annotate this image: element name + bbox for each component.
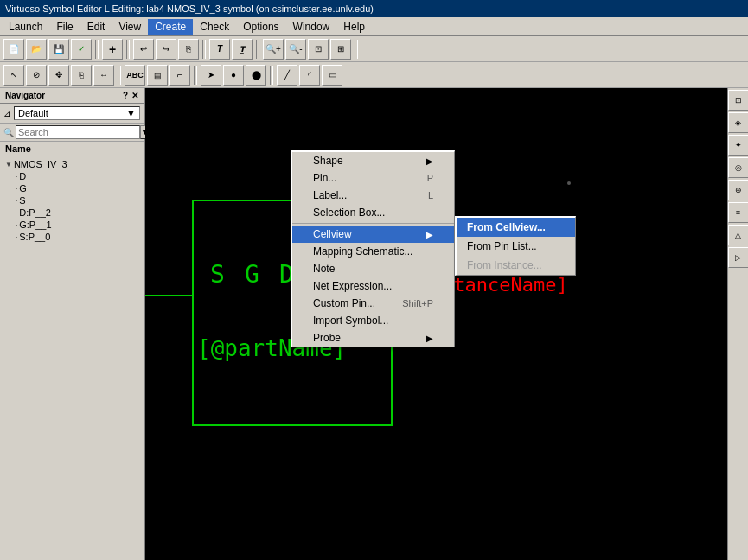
create-shape[interactable]: Shape ▶ [292, 152, 454, 169]
filter-icon: ⊿ [3, 109, 10, 118]
btn-move[interactable]: ✥ [48, 65, 69, 86]
create-label[interactable]: Label... L [292, 187, 454, 204]
tree-dp2[interactable]: · D:P__2 [14, 207, 140, 219]
canvas-area[interactable]: S G D [@instanceName] [@partName] Shape … [145, 88, 727, 560]
menu-options[interactable]: Options [236, 19, 285, 35]
right-btn-2[interactable]: ◈ [728, 112, 749, 133]
btn-rect[interactable]: ▭ [322, 65, 342, 86]
btn-check[interactable]: ✓ [71, 39, 92, 60]
d-dot: · [16, 173, 17, 181]
create-probe[interactable]: Probe ▶ [292, 329, 454, 347]
btn-stretch[interactable]: ↔ [93, 65, 114, 86]
btn-copy2[interactable]: ⎗ [71, 65, 92, 86]
btn-deselect[interactable]: ⊘ [26, 65, 47, 86]
menu-bar: Launch File Edit View Create Check Optio… [0, 17, 748, 36]
right-btn-6[interactable]: ≡ [728, 202, 749, 223]
dp2-dot: · [16, 209, 17, 217]
right-btn-4[interactable]: ◎ [728, 157, 749, 178]
svg-text:G: G [245, 260, 259, 289]
menu-help[interactable]: Help [336, 19, 372, 35]
btn-arc[interactable]: ◜ [299, 65, 320, 86]
left-panel: Navigator ? ✕ ⊿ Default ▼ 🔍 ▼ Name ▼ NMO… [0, 88, 145, 560]
navigator-title: Navigator [5, 91, 45, 100]
menu-launch[interactable]: Launch [2, 19, 49, 35]
tree-s[interactable]: · S [14, 194, 140, 207]
btn-select[interactable]: ↖ [3, 65, 24, 86]
btn-add[interactable]: + [102, 39, 123, 60]
shape-arrow: ▶ [426, 156, 433, 166]
tree-root[interactable]: ▼ NMOS_IV_3 [3, 158, 140, 170]
menu-window[interactable]: Window [286, 19, 337, 35]
btn-text[interactable]: T [209, 39, 230, 60]
btn-zoom-region[interactable]: ⊞ [330, 39, 351, 60]
nav-name-header: Name [0, 142, 144, 156]
right-btn-3[interactable]: ✦ [728, 135, 749, 156]
nav-search-row: 🔍 ▼ [0, 124, 144, 142]
create-import-symbol[interactable]: Import Symbol... [292, 312, 454, 329]
btn-new[interactable]: 📄 [3, 39, 24, 60]
tree-d[interactable]: · D [14, 170, 140, 182]
btn-undo[interactable]: ↩ [133, 39, 154, 60]
btn-shape-ellipse[interactable]: ⬤ [246, 65, 266, 86]
create-mapping-schematic[interactable]: Mapping Schematic... [292, 243, 454, 260]
create-note[interactable]: Note [292, 260, 454, 277]
sep-menu-1 [292, 223, 454, 224]
nav-tree: ▼ NMOS_IV_3 · D · G · S · D:P__2 [0, 156, 144, 245]
btn-text2[interactable]: T̲ [232, 39, 253, 60]
probe-arrow: ▶ [426, 334, 433, 343]
navigator-close[interactable]: ✕ [131, 91, 138, 100]
right-toolbar: ⊡ ◈ ✦ ◎ ⊕ ≡ △ ▷ [727, 88, 748, 560]
btn-text3[interactable]: ABC [125, 65, 145, 86]
navigator-header: Navigator ? ✕ [0, 88, 144, 104]
toolbar-row-1: 📄 📂 💾 ✓ + ↩ ↪ ⎘ T T̲ 🔍+ 🔍- ⊡ ⊞ [0, 36, 748, 62]
create-selection-box[interactable]: Selection Box... [292, 204, 454, 221]
create-pin[interactable]: Pin... P [292, 169, 454, 187]
sep-2 [126, 40, 130, 59]
btn-zoom-out[interactable]: 🔍- [285, 39, 306, 60]
menu-file[interactable]: File [49, 19, 80, 35]
btn-wire[interactable]: ⌐ [169, 65, 190, 86]
menu-check[interactable]: Check [193, 19, 236, 35]
s-dot: · [16, 197, 17, 205]
dropdown-arrow: ▼ [126, 108, 136, 118]
right-btn-7[interactable]: △ [728, 225, 749, 245]
tree-sp0[interactable]: · S:P__0 [14, 231, 140, 243]
tree-g[interactable]: · G [14, 182, 140, 194]
menu-view[interactable]: View [112, 19, 148, 35]
gp1-dot: · [16, 221, 17, 229]
sep-7 [194, 66, 197, 85]
btn-zoom-fit[interactable]: ⊡ [308, 39, 329, 60]
btn-open[interactable]: 📂 [26, 39, 47, 60]
btn-line[interactable]: ╱ [277, 65, 297, 86]
navigator-help[interactable]: ? [123, 91, 128, 100]
from-cellview[interactable]: From Cellview... [457, 218, 575, 237]
g-dot: · [16, 185, 17, 193]
sep-8 [270, 66, 273, 85]
btn-copy[interactable]: ⎘ [178, 39, 199, 60]
sep-1 [95, 40, 99, 59]
create-custom-pin[interactable]: Custom Pin... Shift+P [292, 295, 454, 312]
btn-pin-arrow[interactable]: ➤ [201, 65, 221, 86]
btn-prop[interactable]: ▤ [147, 65, 168, 86]
btn-zoom-in[interactable]: 🔍+ [263, 39, 284, 60]
menu-edit[interactable]: Edit [80, 19, 112, 35]
search-input[interactable] [16, 125, 140, 139]
nav-controls: ⊿ Default ▼ [0, 104, 144, 124]
from-pin-list[interactable]: From Pin List... [457, 237, 575, 256]
tree-gp1[interactable]: · G:P__1 [14, 219, 140, 231]
default-dropdown[interactable]: Default ▼ [14, 106, 140, 120]
create-cellview[interactable]: Cellview ▶ [292, 226, 454, 243]
sep-6 [118, 66, 121, 85]
btn-save[interactable]: 💾 [48, 39, 69, 60]
btn-shape-circle[interactable]: ● [223, 65, 244, 86]
create-net-expression[interactable]: Net Expression... [292, 277, 454, 295]
root-arrow: ▼ [5, 161, 12, 169]
btn-redo[interactable]: ↪ [156, 39, 176, 60]
svg-text:S: S [210, 260, 225, 289]
right-btn-8[interactable]: ▷ [728, 247, 749, 268]
right-btn-1[interactable]: ⊡ [728, 90, 749, 111]
sp0-dot: · [16, 233, 17, 241]
toolbar-row-2: ↖ ⊘ ✥ ⎗ ↔ ABC ▤ ⌐ ➤ ● ⬤ ╱ ◜ ▭ [0, 62, 748, 88]
right-btn-5[interactable]: ⊕ [728, 180, 749, 200]
menu-create[interactable]: Create [148, 19, 193, 35]
